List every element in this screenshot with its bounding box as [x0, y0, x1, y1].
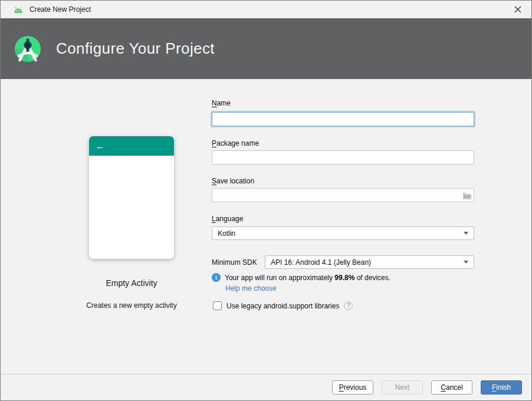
save-location-input[interactable]	[212, 189, 461, 202]
chevron-down-icon	[464, 232, 468, 235]
help-icon[interactable]: ?	[344, 301, 353, 310]
language-label: Language	[212, 215, 243, 223]
package-name-label: Package name	[212, 139, 259, 147]
folder-icon	[462, 192, 472, 199]
back-arrow-icon: ←	[96, 142, 105, 151]
legacy-support-row: Use legacy android.support libraries ?	[213, 301, 353, 310]
minimum-sdk-selected-value: API 16: Android 4.1 (Jelly Bean)	[271, 258, 371, 267]
language-selected-value: Kotlin	[218, 229, 235, 238]
sdk-coverage-text: Your app will run on approximately 99.8%…	[225, 274, 390, 282]
finish-button[interactable]: Finish	[481, 380, 522, 395]
help-me-choose-link[interactable]: Help me choose	[225, 284, 277, 292]
minimum-sdk-dropdown[interactable]: API 16: Android 4.1 (Jelly Bean)	[265, 255, 474, 269]
android-studio-logo-icon	[14, 35, 42, 63]
next-button: Next	[382, 380, 423, 395]
chevron-down-icon	[464, 261, 468, 264]
previous-button[interactable]: Previous	[332, 380, 373, 395]
wizard-content: ← Empty Activity Creates a new empty act…	[1, 79, 531, 374]
close-icon	[514, 6, 521, 13]
sdk-coverage-prefix: Your app will run on approximately	[225, 274, 334, 282]
package-name-input[interactable]	[212, 150, 474, 165]
button-bar: Previous Next Cancel Finish	[1, 374, 531, 400]
template-description: Creates a new empty activity	[73, 301, 191, 310]
window-title: Create New Project	[29, 5, 91, 14]
info-icon: i	[212, 273, 221, 282]
close-button[interactable]	[504, 1, 531, 18]
empty-activity-preview-card: ←	[89, 136, 174, 259]
wizard-header: Configure Your Project	[1, 18, 531, 79]
save-location-label: Save location	[212, 177, 254, 185]
name-input[interactable]	[212, 112, 474, 126]
language-dropdown[interactable]: Kotlin	[212, 226, 474, 240]
sdk-coverage-suffix: of devices.	[354, 274, 390, 282]
name-label: Name	[212, 99, 231, 107]
page-title: Configure Your Project	[56, 40, 215, 58]
android-head-icon	[13, 6, 24, 14]
sdk-coverage-percent: 99.8%	[334, 274, 354, 282]
titlebar: Create New Project	[1, 1, 531, 18]
create-new-project-dialog: Create New Project Configure Your Projec…	[0, 0, 532, 401]
preview-appbar: ←	[89, 136, 174, 156]
browse-folder-button[interactable]	[461, 189, 474, 202]
minimum-sdk-label: Minimum SDK	[212, 258, 257, 267]
cancel-button[interactable]: Cancel	[431, 380, 472, 395]
legacy-support-label: Use legacy android.support libraries	[226, 302, 339, 310]
save-location-field	[212, 188, 474, 202]
template-title: Empty Activity	[89, 278, 174, 288]
legacy-support-checkbox[interactable]	[213, 301, 222, 310]
